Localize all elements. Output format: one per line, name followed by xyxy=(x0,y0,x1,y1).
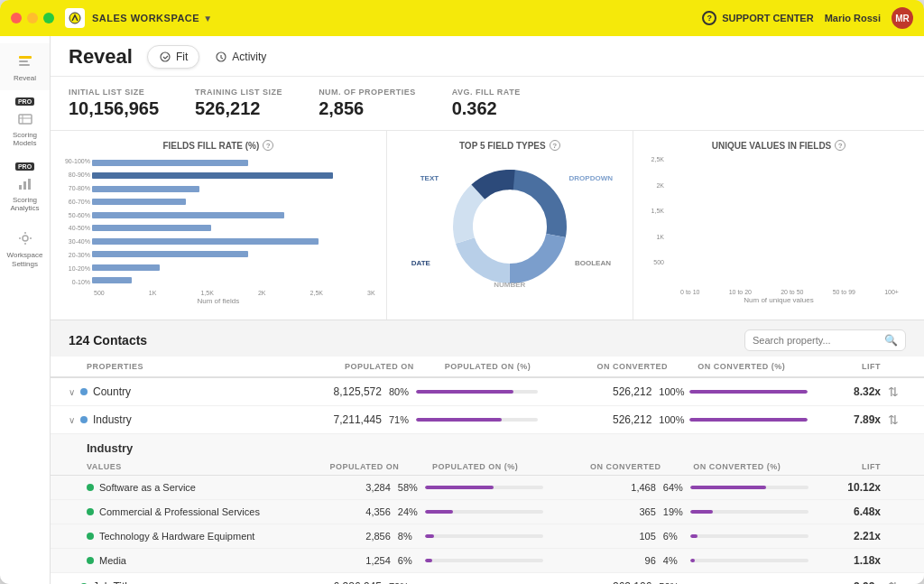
y-500: 500 xyxy=(644,259,664,265)
sub-lift-saas: 10.12x xyxy=(816,481,881,494)
progress-industry xyxy=(416,418,538,422)
sidebar-scoring-analytics-label: Scoring Analytics xyxy=(4,196,46,213)
search-icon: 🔍 xyxy=(884,334,898,347)
unique-values-title: UNIQUE VALUES IN FIELDS ? xyxy=(644,140,913,151)
sub-pct-media: 6% xyxy=(398,555,420,566)
sub-conv-commercial: 365 xyxy=(550,506,656,517)
top-bar: SALES WORKSPACE ▼ ? SUPPORT CENTER Mario… xyxy=(0,0,924,36)
app-icon xyxy=(65,8,85,28)
lift-country: 8.32x xyxy=(815,385,881,398)
progress-country xyxy=(416,390,538,394)
svg-rect-2 xyxy=(19,60,28,62)
progress-fill-country xyxy=(416,390,513,394)
sub-name-commercial: Commercial & Professional Services xyxy=(99,506,269,517)
sub-pop-media: 1,254 xyxy=(269,555,391,566)
sidebar-item-scoring-models[interactable]: PRO Scoring Models xyxy=(0,90,50,155)
stat-avg-fill-rate: AVG. FILL RATE 0.362 xyxy=(452,88,521,119)
x-label-15k: 1,5K xyxy=(200,290,213,296)
sub-conv-pct-tech: 6% xyxy=(663,531,685,542)
sub-conv-media: 96 xyxy=(550,555,656,566)
sidebar-item-workspace-settings[interactable]: Workspace Settings xyxy=(0,220,50,275)
action-country[interactable]: ⇅ xyxy=(888,385,899,399)
bar-label-80: 80-90% xyxy=(61,171,90,178)
x-label-2k: 2K xyxy=(258,290,266,296)
col-header-populated: POPULATED ON xyxy=(291,362,414,371)
dot-tech xyxy=(87,533,94,540)
table-column-headers: PROPERTIES POPULATED ON POPULATED ON (%)… xyxy=(51,357,924,378)
sidebar-item-reveal[interactable]: Reveal xyxy=(0,43,50,90)
support-center-label: SUPPORT CENTER xyxy=(722,13,813,23)
col-header-populated-pct: POPULATED ON (%) xyxy=(414,362,561,371)
pct-industry: 71% xyxy=(389,414,411,425)
converted-jobtitle: 263,106 xyxy=(545,580,652,584)
expand-country[interactable]: ∨ xyxy=(69,387,75,397)
page-title-row: Reveal Fit Activity xyxy=(69,45,906,69)
stat-num-value: 2,856 xyxy=(319,98,416,119)
sub-prog-commercial xyxy=(425,510,454,514)
tab-fit[interactable]: Fit xyxy=(147,45,199,69)
sub-name-media: Media xyxy=(99,555,269,566)
fill-rate-help-icon[interactable]: ? xyxy=(263,140,273,151)
sub-row-saas: Software as a Service 3,284 58% 1,468 64… xyxy=(51,476,924,500)
support-center-link[interactable]: ? SUPPORT CENTER xyxy=(702,11,813,25)
sub-lift-commercial: 6.48x xyxy=(816,505,881,518)
populated-jobtitle: 6,386,945 xyxy=(258,580,382,584)
unique-values-help-icon[interactable]: ? xyxy=(835,140,845,151)
conv-progress-country xyxy=(689,390,808,394)
ux-10to20: 10 to 20 xyxy=(729,289,752,295)
bar-20 xyxy=(92,251,248,257)
page-title: Reveal xyxy=(69,45,133,69)
fill-rate-title: FIELDS FILL RATE (%) ? xyxy=(61,140,375,151)
ux-0to10: 0 to 10 xyxy=(680,289,699,295)
sub-prog-media xyxy=(425,559,432,562)
workspace-chevron-icon[interactable]: ▼ xyxy=(203,14,212,23)
unique-x-title: Num of unique values xyxy=(644,296,913,304)
action-jobtitle[interactable]: ⇅ xyxy=(888,579,899,584)
sidebar-item-scoring-analytics[interactable]: PRO Scoring Analytics xyxy=(0,155,50,220)
scoring-models-icon xyxy=(14,107,36,129)
y-2500: 2,5K xyxy=(644,156,664,162)
tab-group: Fit Activity xyxy=(147,45,278,69)
minimize-button[interactable] xyxy=(27,13,38,23)
maximize-button[interactable] xyxy=(43,13,54,23)
dot-media xyxy=(87,557,94,564)
y-1500: 1,5K xyxy=(644,208,664,214)
x-label-1k: 1K xyxy=(149,290,157,296)
app-container: SALES WORKSPACE ▼ ? SUPPORT CENTER Mario… xyxy=(0,0,924,584)
sub-conv-pct-media: 4% xyxy=(663,555,685,566)
stat-training-value: 526,212 xyxy=(195,98,282,119)
bar-label-10: 10-20% xyxy=(61,265,90,272)
scoring-analytics-icon xyxy=(14,172,36,194)
sub-section-title: Industry xyxy=(51,434,924,459)
sub-col-conv-pct: ON CONVERTED (%) xyxy=(661,462,814,471)
svg-point-8 xyxy=(23,236,28,241)
tab-fit-label: Fit xyxy=(176,51,188,63)
sub-conv-prog-tech xyxy=(690,534,698,538)
main-layout: Reveal PRO Scoring Models PRO Scoring An… xyxy=(0,36,924,584)
lift-jobtitle: 3.92x xyxy=(815,580,881,584)
tab-activity[interactable]: Activity xyxy=(203,45,278,69)
fit-icon xyxy=(159,51,171,63)
stat-training-label: TRAINING LIST SIZE xyxy=(195,88,282,97)
expand-industry[interactable]: ∨ xyxy=(69,415,75,425)
action-industry[interactable]: ⇅ xyxy=(888,413,899,427)
user-name: Mario Rossi xyxy=(825,13,881,23)
workspace-settings-icon xyxy=(14,227,36,249)
dot-industry xyxy=(80,416,88,423)
sub-col-converted: ON CONVERTED xyxy=(551,462,661,471)
sidebar-reveal-label: Reveal xyxy=(14,74,36,83)
table-section: 124 Contacts 🔍 PROPERTIES POPULATED ON P… xyxy=(51,320,924,584)
bar-label-70: 70-80% xyxy=(61,185,90,191)
sub-pop-commercial: 4,356 xyxy=(269,506,391,517)
field-types-help-icon[interactable]: ? xyxy=(550,140,560,151)
stat-initial-list-size: INITIAL LIST SIZE 10,156,965 xyxy=(69,88,159,119)
bar-label-30: 30-40% xyxy=(61,238,90,245)
search-input[interactable] xyxy=(753,335,879,346)
bar-70 xyxy=(92,186,199,192)
sidebar-workspace-settings-label: Workspace Settings xyxy=(4,251,46,268)
sidebar: Reveal PRO Scoring Models PRO Scoring An… xyxy=(0,36,51,584)
close-button[interactable] xyxy=(11,13,22,23)
svg-rect-4 xyxy=(19,115,32,124)
user-avatar[interactable]: MR xyxy=(892,7,913,29)
table-header-row: 124 Contacts 🔍 xyxy=(51,320,924,357)
